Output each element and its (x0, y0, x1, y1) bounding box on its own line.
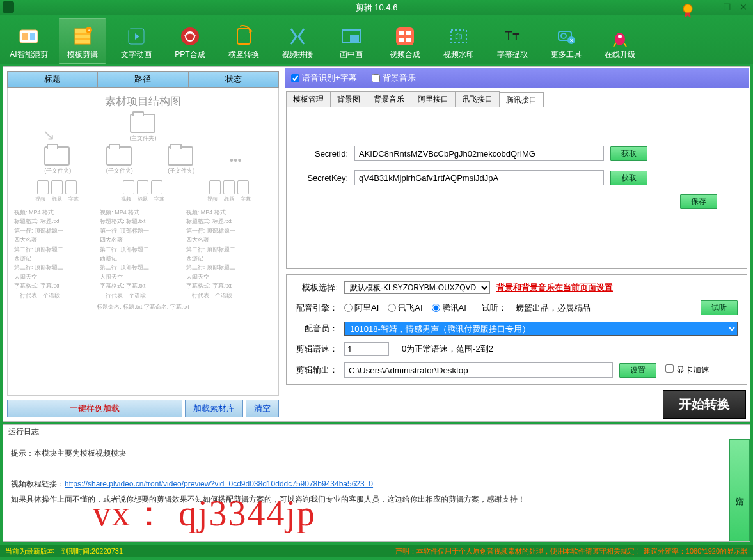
right-panel: 语音识别+字幕 背景音乐 模板管理背景图背景音乐阿里接口讯飞接口腾讯接口 Sec… (283, 67, 750, 421)
svg-text:Tᴛ: Tᴛ (505, 29, 520, 43)
col-status[interactable]: 状态 (189, 72, 278, 87)
maximize-button[interactable]: ☐ (720, 1, 734, 13)
tab-content: SecretId: 获取 SecretKey: 获取 保存 (286, 107, 747, 269)
tool-template[interactable]: +模板剪辑 (59, 18, 106, 64)
svg-text:印: 印 (455, 33, 463, 42)
tool-compose[interactable]: 视频合成 (381, 18, 429, 64)
svg-text:✕: ✕ (569, 38, 574, 43)
secretkey-label: SecretKey: (297, 173, 354, 183)
speed-input[interactable] (344, 342, 389, 356)
diagram-title: 素材项目结构图 (14, 94, 272, 109)
upgrade-icon (607, 24, 633, 49)
pip-icon (338, 24, 364, 49)
speed-label: 剪辑语速： (296, 343, 344, 355)
svg-rect-3 (30, 33, 35, 40)
template-select[interactable]: 默认模板-KLSYZORYBM-OUXZQVD (344, 281, 490, 294)
tutorial-link[interactable]: https://share.plvideo.cn/front/video/pre… (65, 479, 373, 488)
bg-music-checkbox[interactable]: 背景音乐 (372, 73, 416, 82)
app-title: 剪辑 10.4.6 (356, 2, 398, 13)
log-title: 运行日志 (3, 425, 750, 439)
folder-icon (44, 146, 70, 166)
tool-text[interactable]: 文字动画 (113, 18, 160, 64)
log-hint: 如果具体操作上面不懂的，或者说你想要的剪辑效果不知如何搭配剪辑方案的，可以咨询我… (11, 492, 722, 507)
close-button[interactable]: ✕ (736, 1, 750, 13)
log-panel: 运行日志 提示：本模块主要为模板视频模块 视频教程链接：https://shar… (3, 424, 750, 542)
template-link[interactable]: 背景和背景音乐在当前页面设置 (496, 282, 613, 293)
watermark-icon: 印 (446, 24, 472, 49)
tool-pip[interactable]: 画中画 (328, 18, 375, 64)
diagram-area: 素材项目结构图 (主文件夹) ↘ (子文件夹) (子文件夹) (子文件夹) ••… (7, 88, 279, 396)
folder-icon (168, 146, 193, 166)
tool-upgrade[interactable]: 在线升级 (596, 18, 644, 64)
clear-list-button[interactable]: 清空 (246, 400, 279, 417)
svg-marker-10 (135, 33, 139, 40)
status-left: 当前为最新版本｜到期时间:20220731 (5, 547, 123, 556)
secretid-label: SecretId: (297, 149, 354, 159)
output-input[interactable] (344, 362, 613, 378)
main-toolbar: AI智能混剪+模板剪辑文字动画PPT合成横竖转换视频拼接画中画视频合成印视频水印… (0, 15, 753, 64)
load-library-button[interactable]: 加载素材库 (185, 400, 243, 417)
svg-rect-18 (399, 31, 404, 35)
secretid-input[interactable] (354, 146, 604, 161)
tabs: 模板管理背景图背景音乐阿里接口讯飞接口腾讯接口 (286, 91, 747, 107)
app-logo (3, 1, 14, 13)
tool-ai[interactable]: AI智能混剪 (5, 18, 52, 64)
compose-icon (392, 24, 418, 49)
table-header: 标题 路径 状态 (7, 71, 279, 88)
more-icon: ✕ (553, 24, 579, 49)
tool-ppt[interactable]: PPT合成 (166, 18, 214, 64)
lower-section: 模板选择: 默认模板-KLSYZORYBM-OUXZQVD 背景和背景音乐在当前… (286, 274, 747, 385)
output-set-button[interactable]: 设置 (619, 363, 656, 378)
template-label: 模板选择: (296, 282, 344, 293)
template-icon: + (70, 24, 95, 49)
svg-text:+: + (88, 27, 91, 33)
secretkey-input[interactable] (354, 170, 604, 185)
svg-rect-13 (237, 29, 250, 44)
tool-watermark[interactable]: 印视频水印 (435, 18, 482, 64)
left-panel: 标题 路径 状态 素材项目结构图 (主文件夹) ↘ (子文件夹) (子文件夹) … (3, 67, 283, 421)
engine-tx-radio[interactable]: 腾讯AI (432, 302, 466, 314)
minimize-button[interactable]: — (703, 1, 717, 13)
status-right: 声明：本软件仅用于个人原创音视频素材的处理，使用本软件请遵守相关规定！ 建议分辨… (395, 547, 748, 556)
load-example-button[interactable]: 一键样例加载 (7, 400, 182, 417)
start-button[interactable]: 开始转换 (663, 390, 746, 419)
tab-2[interactable]: 背景音乐 (367, 91, 411, 107)
arrow-icon: ↘ (42, 126, 55, 144)
svg-rect-17 (396, 27, 414, 45)
tool-subtitle[interactable]: Tᴛ字幕提取 (489, 18, 536, 64)
voice-select[interactable]: 101018-智靖，情感男声（腾讯付费版接口专用） (344, 322, 738, 336)
tab-3[interactable]: 阿里接口 (411, 91, 456, 107)
medal-icon (679, 1, 697, 19)
svg-point-0 (683, 4, 692, 13)
ppt-icon (177, 24, 203, 49)
col-path[interactable]: 路径 (98, 72, 188, 87)
svg-rect-16 (350, 35, 359, 42)
col-title[interactable]: 标题 (8, 72, 98, 87)
voice-subtitle-checkbox[interactable]: 语音识别+字幕 (291, 73, 357, 82)
clear-log-button[interactable]: 清空 (729, 439, 750, 541)
save-button[interactable]: 保存 (680, 194, 717, 209)
log-tip: 提示：本模块主要为模板视频模块 (11, 446, 722, 461)
log-content: 提示：本模块主要为模板视频模块 视频教程链接：https://share.plv… (3, 439, 729, 541)
get-secretkey-button[interactable]: 获取 (610, 171, 647, 185)
tool-rotate[interactable]: 横竖转换 (220, 18, 267, 64)
engine-ali-radio[interactable]: 阿里AI (344, 302, 379, 314)
tab-4[interactable]: 讯飞接口 (455, 91, 500, 107)
tab-0[interactable]: 模板管理 (286, 91, 331, 107)
tab-1[interactable]: 背景图 (330, 91, 367, 107)
statusbar: 当前为最新版本｜到期时间:20220731 声明：本软件仅用于个人原创音视频素材… (0, 545, 753, 557)
merge-icon (285, 24, 310, 49)
gpu-checkbox[interactable]: 显卡加速 (665, 364, 709, 376)
tab-5[interactable]: 腾讯接口 (499, 92, 544, 107)
svg-rect-20 (399, 38, 404, 42)
svg-point-26 (561, 33, 566, 38)
get-secretid-button[interactable]: 获取 (610, 146, 647, 161)
tool-merge[interactable]: 视频拼接 (274, 18, 321, 64)
preview-button[interactable]: 试听 (701, 300, 738, 315)
folder-icon (106, 146, 132, 166)
tool-more[interactable]: ✕更多工具 (543, 18, 590, 64)
engine-xf-radio[interactable]: 讯飞AI (388, 302, 422, 314)
titlebar: 剪辑 10.4.6 — ☐ ✕ (0, 0, 753, 15)
svg-rect-21 (406, 38, 411, 42)
engine-label: 配音引擎： (296, 302, 344, 314)
